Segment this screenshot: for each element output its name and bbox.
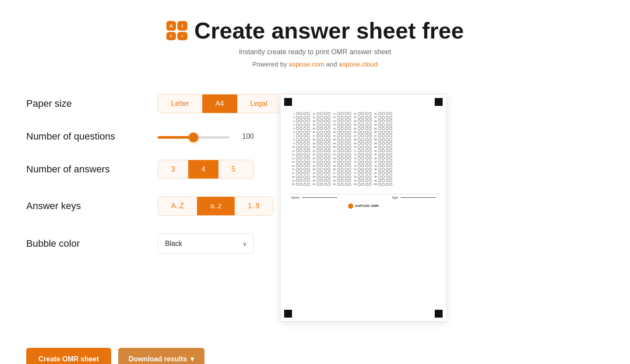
sheet-row-71: 71. xyxy=(353,149,372,152)
bubble-22-0 xyxy=(317,116,320,119)
download-results-button[interactable]: Download results ▾ xyxy=(118,348,204,364)
sheet-row-80: 80. xyxy=(353,183,372,186)
row-num-93: 93. xyxy=(373,157,377,160)
bubble-57-0 xyxy=(337,172,340,175)
sheet-row-79: 79. xyxy=(353,179,372,182)
keys-az-lower-btn[interactable]: a..z xyxy=(197,197,235,215)
row-num-71: 71. xyxy=(353,150,357,152)
sheet-row-94: 94. xyxy=(373,161,392,164)
corner-mark-tr xyxy=(435,98,443,106)
row-num-2: 2. xyxy=(291,116,295,119)
bubble-95-0 xyxy=(378,164,381,167)
bubble-67-1 xyxy=(361,134,364,137)
bubble-2-1 xyxy=(299,116,303,119)
sheet-row-50: 50. xyxy=(332,146,351,149)
bubble-90-1 xyxy=(382,146,385,149)
questions-slider[interactable] xyxy=(158,136,229,139)
branding-text: ASPOSE OMR xyxy=(355,204,379,208)
bubble-69-1 xyxy=(361,142,364,145)
corner-mark-tl xyxy=(284,98,292,106)
sheet-row-36: 36. xyxy=(312,168,331,171)
bubble-35-3 xyxy=(327,164,331,167)
name-label: Name: xyxy=(291,196,300,199)
bubble-29-0 xyxy=(317,142,320,145)
bubble-42-2 xyxy=(345,116,348,119)
bubble-86-2 xyxy=(386,131,389,134)
row-num-70: 70. xyxy=(353,146,357,148)
bubble-17-0 xyxy=(296,172,299,175)
sheet-row-93: 93. xyxy=(373,157,392,160)
row-num-26: 26. xyxy=(312,131,316,133)
bubble-color-select[interactable]: Black Blue Red Green xyxy=(158,233,254,254)
aspose-cloud-link[interactable]: aspose.cloud xyxy=(339,60,377,68)
bubble-85-2 xyxy=(386,127,389,130)
bubble-95-1 xyxy=(382,164,385,167)
bubble-95-3 xyxy=(389,164,392,167)
bubble-64-1 xyxy=(361,123,364,126)
bubble-80-0 xyxy=(358,183,361,186)
sheet-row-61: 61. xyxy=(353,112,372,115)
bubble-52-1 xyxy=(341,153,344,156)
bubble-83-0 xyxy=(378,119,381,122)
sheet-row-47: 47. xyxy=(332,134,351,137)
bubble-41-0 xyxy=(337,112,340,115)
bubble-22-3 xyxy=(327,116,331,119)
sheet-footer: Name: Sign: xyxy=(288,194,439,201)
bubble-4-1 xyxy=(299,123,303,126)
bubble-37-0 xyxy=(317,172,320,175)
bubble-69-3 xyxy=(369,142,372,145)
sheet-row-63: 63. xyxy=(353,119,372,122)
bubble-15-1 xyxy=(299,164,303,167)
bubble-21-0 xyxy=(317,112,320,115)
num-answers-input: 3 4 5 xyxy=(158,160,254,179)
create-omr-button[interactable]: Create OMR sheet xyxy=(26,348,111,364)
bubble-6-1 xyxy=(299,131,303,134)
row-num-10: 10. xyxy=(291,146,295,148)
bubble-70-1 xyxy=(361,146,364,149)
row-num-31: 31. xyxy=(312,150,316,152)
keys-19-btn[interactable]: 1..9 xyxy=(235,197,273,215)
row-num-68: 68. xyxy=(353,138,357,141)
row-num-89: 89. xyxy=(373,142,377,145)
bubble-70-0 xyxy=(358,146,361,149)
keys-az-upper-btn[interactable]: A..Z xyxy=(158,197,197,215)
row-num-64: 64. xyxy=(353,123,357,126)
answers-3-btn[interactable]: 3 xyxy=(158,160,188,178)
bubble-24-2 xyxy=(324,123,327,126)
bubble-77-3 xyxy=(369,172,372,175)
sheet-row-75: 75. xyxy=(353,164,372,167)
bubble-59-3 xyxy=(348,179,351,182)
row-num-34: 34. xyxy=(312,161,316,163)
bubble-72-3 xyxy=(369,153,372,156)
bubble-100-3 xyxy=(389,183,392,186)
answers-4-btn[interactable]: 4 xyxy=(188,160,218,178)
row-num-84: 84. xyxy=(373,123,377,126)
bubble-6-2 xyxy=(303,131,306,134)
bubble-28-1 xyxy=(320,138,323,141)
bubble-89-0 xyxy=(378,142,381,145)
logo-cell-omr: ⊙ xyxy=(166,32,176,40)
row-num-56: 56. xyxy=(332,168,336,171)
bubble-36-2 xyxy=(324,168,327,171)
row-num-45: 45. xyxy=(332,127,336,130)
bubble-11-1 xyxy=(299,149,303,152)
bubble-24-1 xyxy=(320,123,323,126)
bubble-34-3 xyxy=(327,161,331,164)
paper-size-letter-btn[interactable]: Letter xyxy=(158,94,202,113)
sheet-row-72: 72. xyxy=(353,153,372,156)
row-num-23: 23. xyxy=(312,120,316,122)
sheet-row-85: 85. xyxy=(373,127,392,130)
bubble-100-0 xyxy=(378,183,381,186)
bubble-63-0 xyxy=(358,119,361,122)
bubble-15-3 xyxy=(307,164,310,167)
paper-size-legal-btn[interactable]: Legal xyxy=(237,94,281,113)
paper-size-a4-btn[interactable]: A4 xyxy=(202,94,237,113)
row-num-99: 99. xyxy=(373,179,377,182)
bubble-53-3 xyxy=(348,157,351,160)
sheet-row-20: 20. xyxy=(291,183,310,186)
answers-5-btn[interactable]: 5 xyxy=(218,160,249,178)
aspose-com-link[interactable]: aspose.com xyxy=(289,60,324,68)
row-num-62: 62. xyxy=(353,116,357,119)
row-num-22: 22. xyxy=(312,116,316,119)
bubble-49-1 xyxy=(341,142,344,145)
